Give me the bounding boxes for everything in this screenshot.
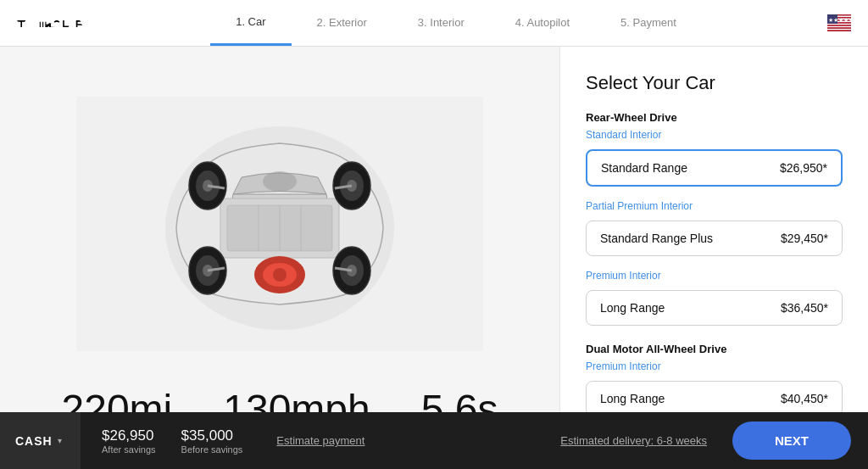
- long-range-rwd-price: $36,450*: [781, 301, 828, 315]
- delivery-estimate-text[interactable]: Estimated delivery: 6-8 weeks: [560, 434, 707, 447]
- selector-title: Select Your Car: [586, 72, 843, 94]
- premium-interior-rwd-label[interactable]: Premium Interior: [586, 270, 843, 282]
- after-savings-block: $26,950 After savings: [102, 427, 156, 455]
- partial-premium-interior-label[interactable]: Partial Premium Interior: [586, 200, 843, 212]
- long-range-awd-price: $40,450*: [781, 392, 828, 405]
- standard-range-plus-price: $29,450*: [781, 232, 828, 245]
- svg-rect-10: [827, 27, 851, 29]
- car-selector-panel: Select Your Car Rear-Wheel Drive Standar…: [559, 47, 868, 469]
- svg-rect-9: [827, 26, 851, 28]
- after-savings-price: $26,950: [102, 427, 156, 444]
- standard-range-plus-name: Standard Range Plus: [600, 232, 713, 245]
- svg-text:★★★★★★★★★★★★★★★★★★★★★★★★★★★★★★: ★★★★★★★★★★★★★★★★★★★★★★★★★★★★★★★★★★★★★★★★…: [828, 17, 851, 23]
- tesla-logo: [17, 15, 85, 31]
- tab-exterior[interactable]: 2. Exterior: [292, 0, 392, 46]
- partial-premium-section: Partial Premium Interior Standard Range …: [586, 200, 843, 256]
- payment-type-selector[interactable]: CASH ▾: [0, 412, 81, 469]
- bottom-bar: CASH ▾ $26,950 After savings $35,000 Bef…: [0, 412, 868, 469]
- svg-point-25: [263, 171, 297, 192]
- payment-type-label: CASH: [15, 434, 53, 448]
- premium-interior-awd-label[interactable]: Premium Interior: [586, 360, 843, 372]
- long-range-rwd-name: Long Range: [600, 301, 665, 315]
- header: 1. Car 2. Exterior 3. Interior 4. Autopi…: [0, 0, 868, 47]
- svg-rect-8: [827, 25, 851, 26]
- long-range-awd-name: Long Range: [600, 392, 665, 405]
- standard-range-plus-option[interactable]: Standard Range Plus $29,450*: [586, 221, 843, 256]
- before-savings-price: $35,000: [181, 427, 243, 444]
- standard-range-price: $26,950*: [780, 161, 827, 175]
- premium-interior-rwd-section: Premium Interior Long Range $36,450*: [586, 270, 843, 326]
- price-section: $26,950 After savings $35,000 Before sav…: [81, 427, 394, 455]
- rwd-group: Rear-Wheel Drive Standard Interior Stand…: [586, 111, 843, 326]
- standard-range-name: Standard Range: [601, 161, 687, 175]
- svg-rect-7: [827, 24, 851, 25]
- awd-label: Dual Motor All-Wheel Drive: [586, 343, 843, 355]
- tab-payment[interactable]: 5. Payment: [595, 0, 702, 46]
- long-range-rwd-option[interactable]: Long Range $36,450*: [586, 290, 843, 326]
- svg-point-24: [273, 268, 287, 282]
- before-savings-block: $35,000 Before savings: [181, 427, 243, 455]
- next-button[interactable]: NEXT: [732, 422, 851, 460]
- flag-icon[interactable]: ★★★★★★★★★★★★★★★★★★★★★★★★★★★★★★★★★★★★★★★★…: [827, 14, 851, 31]
- svg-rect-11: [827, 29, 851, 31]
- nav-tabs: 1. Car 2. Exterior 3. Interior 4. Autopi…: [85, 0, 827, 46]
- main-content: 220mi Range (EPA est.) 130mph Top Speed …: [0, 47, 868, 469]
- long-range-awd-option[interactable]: Long Range $40,450*: [586, 381, 843, 416]
- estimate-payment-link[interactable]: Estimate payment: [268, 434, 373, 447]
- car-visualization-panel: 220mi Range (EPA est.) 130mph Top Speed …: [0, 47, 559, 469]
- car-overhead-illustration: [76, 97, 483, 351]
- tab-car[interactable]: 1. Car: [210, 0, 291, 46]
- awd-group: Dual Motor All-Wheel Drive Premium Inter…: [586, 343, 843, 416]
- chevron-down-icon: ▾: [58, 436, 62, 445]
- svg-rect-12: [827, 30, 851, 31]
- standard-interior-label[interactable]: Standard Interior: [586, 129, 843, 141]
- tab-autopilot[interactable]: 4. Autopilot: [490, 0, 595, 46]
- rwd-label: Rear-Wheel Drive: [586, 111, 843, 124]
- car-image-area: [0, 71, 559, 377]
- after-savings-label: After savings: [102, 444, 156, 455]
- standard-range-option[interactable]: Standard Range $26,950*: [586, 149, 843, 187]
- before-savings-label: Before savings: [181, 444, 243, 455]
- tab-interior[interactable]: 3. Interior: [392, 0, 490, 46]
